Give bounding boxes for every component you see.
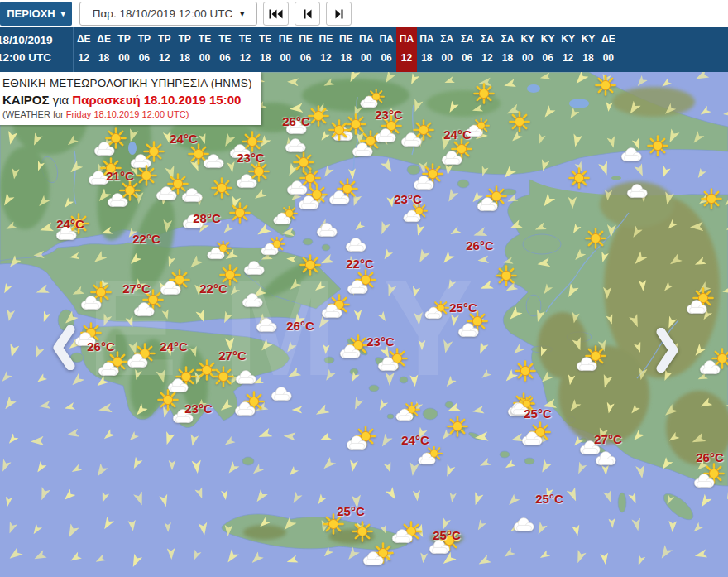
timeline-step-hour: 00 [118,52,129,64]
timeline-step-hour: 18 [260,52,271,64]
timeline-step-day: ΠΑ [400,33,414,45]
timeline-step[interactable]: ΤΡ12 [155,27,175,72]
timeline-step-day: ΠΕ [319,33,333,45]
timeline-step[interactable]: ΤΕ06 [215,27,235,72]
timeline-step-day: ΤΕ [199,33,211,45]
next-frame-chevron[interactable] [655,328,680,373]
timeline-step[interactable]: ΚΥ06 [538,27,558,72]
timeline-step[interactable]: ΚΥ12 [558,27,577,72]
timeline-step[interactable]: ΠΑ00 [356,27,376,72]
forecast-infobox: ΕΘΝΙΚΗ ΜΕΤΕΩΡΟΛΟΓΙΚΗ ΥΠΗΡΕΣΙΑ (HNMS) ΚΑΙ… [0,72,261,125]
timeline-step[interactable]: ΤΡ00 [114,27,134,72]
timeline-step[interactable]: ΠΕ06 [295,27,315,72]
timeline-step[interactable]: ΔΕ18 [93,27,113,72]
timeline-step-hour: 00 [361,52,371,64]
datetime-dropdown-value: Παρ. 18/10/2019 12:00 UTC [93,7,232,20]
timeline-step[interactable]: ΤΡ18 [175,27,194,72]
timeline-step-hour: 00 [280,52,290,64]
timeline-step-hour: 18 [98,52,109,64]
timeline-step[interactable]: ΤΕ12 [235,27,255,72]
chevron-down-icon: ▾ [61,9,65,18]
timeline-step[interactable]: ΣΑ18 [497,27,517,72]
timeline-step[interactable]: ΚΥ00 [518,27,538,72]
previous-frame-chevron[interactable] [51,325,76,370]
timeline-step-day: ΚΥ [582,33,596,45]
timeline-step-day: ΤΕ [259,33,271,45]
agency-title: ΕΘΝΙΚΗ ΜΕΤΕΩΡΟΛΟΓΙΚΗ ΥΠΗΡΕΣΙΑ (HNMS) [2,75,252,91]
timeline-step-day: ΠΕ [299,33,313,45]
timeline-step-day: ΣΑ [481,33,494,45]
timeline-step-day: ΣΑ [461,33,474,45]
forecast-timeline: 18/10/201912:00 UTC ΔΕ12ΔΕ18ΤΡ00ΤΡ06ΤΡ12… [0,27,728,72]
timeline-step-day: ΚΥ [520,33,534,45]
timeline-step[interactable]: ΠΑ18 [417,27,437,72]
timeline-step-day: ΣΑ [440,33,453,45]
toolbar: ΠΕΡΙΟΧΗ ▾ Παρ. 18/10/2019 12:00 UTC ▾ [0,0,728,27]
region-dropdown-label: ΠΕΡΙΟΧΗ [7,7,55,20]
timeline-step-hour: 12 [481,52,492,64]
timeline-step-day: ΠΑ [359,33,373,45]
timeline-step[interactable]: ΤΕ00 [194,27,214,72]
timeline-step[interactable]: ΔΕ00 [598,27,618,72]
timeline-step-hour: 06 [543,52,553,64]
timeline-step-hour: 12 [401,52,412,64]
chevron-down-icon: ▾ [240,9,244,18]
timeline-step-day: ΚΥ [541,33,555,45]
weather-app: ΠΕΡΙΟΧΗ ▾ Παρ. 18/10/2019 12:00 UTC ▾ [0,0,728,577]
datetime-dropdown[interactable]: Παρ. 18/10/2019 12:00 UTC ▾ [79,2,257,26]
timeline-step-day: ΤΡ [158,33,170,45]
timeline-step[interactable]: ΤΡ06 [134,27,154,72]
step-back-button[interactable] [295,2,320,26]
timeline-step-hour: 00 [522,52,533,64]
timeline-step-day: ΚΥ [561,33,575,45]
timeline-step-day: ΠΕ [339,33,353,45]
timeline-step-day: ΔΕ [97,33,111,45]
timeline-step-hour: 18 [502,52,513,64]
timeline-step-hour: 12 [159,52,170,64]
timeline-step[interactable]: ΠΕ00 [275,27,295,72]
timeline-step-hour: 00 [442,52,453,64]
skip-to-start-icon [269,9,283,19]
timeline-step-hour: 06 [381,52,391,64]
timeline-step-day: ΤΕ [239,33,251,45]
timeline-step-hour: 06 [219,52,230,64]
timeline-step-hour: 12 [240,52,251,64]
forecast-subtitle: (WEATHER for Friday 18.10.2019 12:00 UTC… [2,108,252,121]
timeline-step[interactable]: ΠΕ18 [336,27,356,72]
timeline-step-hour: 00 [199,52,210,64]
timeline-step-day: ΤΡ [178,33,190,45]
timeline-step[interactable]: ΔΕ12 [74,27,93,72]
timeline-step-hour: 06 [462,52,472,64]
timeline-step-hour: 00 [603,52,614,64]
timeline-current-datetime: 18/10/201912:00 UTC [0,31,53,66]
timeline-step-day: ΔΕ [77,33,91,45]
skip-to-start-button[interactable] [263,2,289,26]
step-forward-icon [334,9,344,19]
timeline-steps: ΔΕ12ΔΕ18ΤΡ00ΤΡ06ΤΡ12ΤΡ18ΤΕ00ΤΕ06ΤΕ12ΤΕ18… [73,27,619,72]
timeline-step-hour: 06 [139,52,150,64]
weather-map[interactable]: EMY 21°C24°C23°C26°C23°C24°C23°C24°C28°C… [0,72,728,577]
forecast-title: ΚΑΙΡΟΣ για Παρασκευή 18.10.2019 15:00 [2,91,252,108]
timeline-step-hour: 12 [320,52,331,64]
map-terrain [0,72,728,577]
timeline-step[interactable]: ΣΑ06 [457,27,477,72]
timeline-step-hour: 12 [79,52,89,64]
timeline-step[interactable]: ΤΕ18 [256,27,275,72]
timeline-step[interactable]: ΚΥ18 [578,27,598,72]
timeline-step-hour: 18 [421,52,432,64]
timeline-step-day: ΠΑ [379,33,393,45]
timeline-step-day: ΤΡ [138,33,151,45]
timeline-step-hour: 06 [300,52,311,64]
step-forward-button[interactable] [326,2,352,26]
step-back-icon [303,9,313,19]
timeline-step-day: ΤΡ [117,33,130,45]
timeline-step-day: ΠΕ [279,33,293,45]
timeline-step[interactable]: ΣΑ12 [477,27,497,72]
timeline-step-hour: 12 [563,52,573,64]
timeline-step-hour: 18 [179,52,189,64]
region-dropdown-button[interactable]: ΠΕΡΙΟΧΗ ▾ [0,2,72,26]
timeline-step[interactable]: ΠΕ12 [316,27,336,72]
timeline-step[interactable]: ΠΑ06 [376,27,396,72]
timeline-step[interactable]: ΠΑ12 [396,27,416,72]
timeline-step[interactable]: ΣΑ00 [437,27,457,72]
